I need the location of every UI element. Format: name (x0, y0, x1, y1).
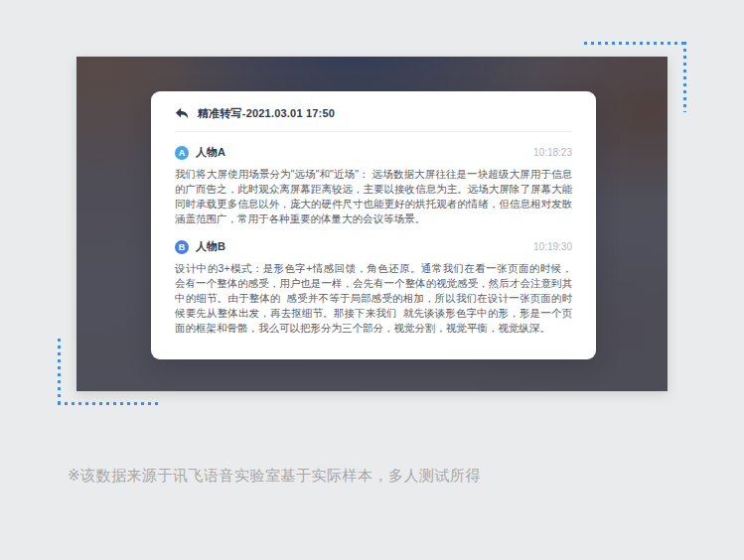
timestamp-b: 10:19:30 (533, 241, 572, 252)
timestamp-a: 10:18:23 (533, 147, 572, 158)
back-icon[interactable] (175, 107, 189, 120)
message-b: B 人物B 10:19:30 设计中的3+模式：是形色字+情感回馈，角色还原。通… (175, 239, 572, 336)
card-title: 精准转写-2021.03.01 17:50 (198, 106, 335, 121)
speaker-name-b: 人物B (196, 239, 225, 254)
avatar-a: A (175, 146, 189, 160)
footnote-caption: ※该数据来源于讯飞语音实验室基于实际样本，多人测试所得 (68, 467, 481, 486)
message-text-a: 我们将大屏使用场景分为"远场"和"近场"： 远场数据大屏往往是一块超级大屏用于信… (175, 167, 572, 226)
header-divider (175, 131, 572, 132)
speaker-row-a: A 人物A 10:18:23 (175, 145, 572, 160)
speaker-name-a: 人物A (196, 145, 225, 160)
card-header: 精准转写-2021.03.01 17:50 (175, 106, 572, 121)
transcription-card: 精准转写-2021.03.01 17:50 A 人物A 10:18:23 我们将… (151, 91, 596, 359)
dotted-decoration-top-right-horizontal (584, 42, 686, 45)
message-a: A 人物A 10:18:23 我们将大屏使用场景分为"远场"和"近场"： 远场数… (175, 145, 572, 226)
dotted-decoration-top-right-vertical (683, 42, 686, 112)
dotted-decoration-bottom-left-horizontal (58, 402, 160, 405)
speaker-row-b: B 人物B 10:19:30 (175, 239, 572, 254)
message-text-b: 设计中的3+模式：是形色字+情感回馈，角色还原。通常我们在看一张页面的时候， 会… (175, 261, 572, 336)
dotted-decoration-bottom-left-vertical (58, 339, 61, 405)
avatar-b: B (175, 240, 189, 254)
